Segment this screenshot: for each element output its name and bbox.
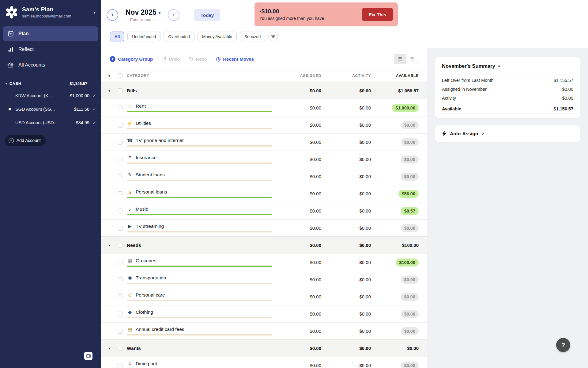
category-checkbox[interactable] (118, 209, 123, 213)
group-collapse-toggle[interactable]: ▾ (108, 243, 118, 247)
available-pill[interactable]: $56.00 (398, 190, 419, 198)
category-checkbox[interactable] (118, 105, 123, 110)
category-checkbox[interactable] (118, 363, 123, 368)
filter-pill[interactable]: Money Available (198, 32, 237, 41)
undo-button[interactable]: ↺ Undo (162, 56, 180, 62)
category-row[interactable]: ▦ Groceries $0.00 $0.00 $100.00 (101, 254, 427, 271)
available-pill[interactable]: $0.00 (401, 310, 419, 318)
category-group-row[interactable]: ▾ Bills $0.00 $0.00 $1,056.57 (101, 82, 427, 99)
assigned-value[interactable]: $0.00 (278, 260, 321, 265)
category-name[interactable]: TV, phone and internet (136, 138, 183, 143)
previous-month-button[interactable]: ‹ (107, 9, 118, 21)
assigned-value[interactable]: $0.00 (278, 174, 321, 179)
category-name[interactable]: Transportation (136, 275, 166, 281)
category-name[interactable]: Rent (136, 103, 146, 109)
category-row[interactable]: $ Personal loans $0.00 $0.00 $56.00 (101, 185, 427, 202)
assigned-value[interactable]: $0.00 (278, 363, 321, 368)
account-row[interactable]: KRW Account (K... $1,000.00 ✓ (0, 89, 101, 102)
assigned-value[interactable]: $0.00 (278, 277, 321, 282)
sidebar-item-plan[interactable]: Plan (3, 26, 98, 41)
filter-pill[interactable]: All (110, 32, 124, 41)
category-name[interactable]: Clothing (136, 309, 153, 315)
category-row[interactable]: ◉ Transportation $0.00 $0.00 $0.00 (101, 271, 427, 288)
detail-view-button[interactable]: ☰ (394, 54, 406, 64)
category-row[interactable]: ♪ Music $0.00 $0.00 $0.57 (101, 202, 427, 219)
available-pill[interactable]: $0.00 (401, 155, 419, 163)
category-checkbox[interactable] (118, 226, 123, 231)
category-checkbox[interactable] (118, 329, 123, 334)
filter-options-button[interactable] (268, 32, 278, 41)
group-checkbox[interactable] (118, 346, 123, 351)
column-header-assigned[interactable]: ASSIGNED (278, 74, 321, 78)
category-row[interactable]: ▶ TV streaming $0.00 $0.00 $0.00 (101, 219, 427, 236)
category-checkbox[interactable] (118, 260, 123, 265)
category-name[interactable]: Personal care (136, 292, 165, 298)
category-name[interactable]: Music (136, 206, 148, 212)
auto-assign-button[interactable]: Auto-Assign › (435, 125, 580, 142)
category-checkbox[interactable] (118, 174, 123, 179)
collapse-sidebar-button[interactable] (84, 352, 92, 360)
redo-button[interactable]: ↻ Redo (189, 56, 207, 62)
cash-group-toggle[interactable]: ▾ CASH $1,146.57 (0, 73, 101, 89)
available-pill[interactable]: $1,000.00 (392, 104, 419, 112)
available-pill[interactable]: $0.00 (401, 173, 419, 181)
category-checkbox[interactable] (118, 157, 123, 162)
category-name[interactable]: Personal loans (136, 189, 167, 195)
available-pill[interactable]: $0.00 (401, 276, 419, 284)
sidebar-item-all-accounts[interactable]: All Accounts (3, 58, 98, 72)
recent-moves-button[interactable]: ◷ Recent Moves (216, 56, 254, 62)
category-name[interactable]: Dining out (136, 361, 157, 366)
category-checkbox[interactable] (118, 294, 123, 299)
group-collapse-toggle[interactable]: ▾ (108, 89, 118, 93)
filter-pill[interactable]: Snoozed (240, 32, 265, 41)
category-group-row[interactable]: ▾ Wants $0.00 $0.00 $0.00 (101, 339, 427, 357)
category-name[interactable]: Groceries (136, 258, 156, 263)
category-group-row[interactable]: ▾ Needs $0.00 $0.00 $100.00 (101, 236, 427, 254)
category-checkbox[interactable] (118, 123, 123, 128)
available-pill[interactable]: $0.00 (401, 327, 419, 335)
filter-pill[interactable]: Overfunded (164, 32, 194, 41)
collapse-all-toggle[interactable]: ▾ (108, 74, 118, 78)
category-name[interactable]: Insurance (136, 155, 156, 160)
add-account-button[interactable]: + Add Account (5, 135, 46, 146)
compact-view-button[interactable]: ☰ (406, 54, 418, 64)
category-row[interactable]: ◆ Clothing $0.00 $0.00 $0.00 (101, 305, 427, 322)
sidebar-item-reflect[interactable]: Reflect (3, 42, 98, 57)
help-button[interactable]: ? (556, 338, 570, 352)
category-row[interactable]: ☎ TV, phone and internet $0.00 $0.00 $0.… (101, 133, 427, 151)
category-checkbox[interactable] (118, 191, 123, 196)
available-pill[interactable]: $100.00 (396, 259, 419, 266)
month-note-input[interactable]: Enter a note... (123, 17, 163, 22)
assigned-value[interactable]: $0.00 (278, 208, 321, 213)
select-all-checkbox[interactable] (118, 73, 123, 78)
add-category-group-button[interactable]: + Category Group (110, 56, 153, 62)
summary-header[interactable]: November's Summary ▾ (442, 63, 573, 74)
category-name[interactable]: Utilities (136, 121, 151, 126)
category-row[interactable]: ⚔ Dining out $0.00 $0.00 $0.00 (101, 357, 427, 368)
available-pill[interactable]: $0.00 (401, 293, 419, 301)
fix-this-button[interactable]: Fix This (362, 8, 393, 21)
account-row[interactable]: USD Account (USD... $34.99 ✓ (0, 116, 101, 129)
available-pill[interactable]: $0.00 (401, 121, 419, 129)
category-row[interactable]: ✎ Student loans $0.00 $0.00 $0.00 (101, 168, 427, 185)
category-checkbox[interactable] (118, 140, 123, 145)
category-name[interactable]: Annual credit card fees (136, 327, 184, 332)
group-collapse-toggle[interactable]: ▾ (108, 346, 118, 351)
assigned-value[interactable]: $0.00 (278, 105, 321, 110)
assigned-value[interactable]: $0.00 (278, 328, 321, 334)
category-row[interactable]: ▤ Annual credit card fees $0.00 $0.00 $0… (101, 322, 427, 339)
assigned-value[interactable]: $0.00 (278, 122, 321, 128)
column-header-activity[interactable]: ACTIVITY (321, 74, 371, 78)
assigned-value[interactable]: $0.00 (278, 157, 321, 162)
category-row[interactable]: ⌂ Rent $0.00 $0.00 $1,000.00 (101, 99, 427, 116)
today-button[interactable]: Today (194, 9, 220, 21)
assigned-value[interactable]: $0.00 (278, 294, 321, 299)
category-name[interactable]: Student loans (136, 172, 165, 178)
group-checkbox[interactable] (118, 88, 123, 93)
category-row[interactable]: ⚡ Utilities $0.00 $0.00 $0.00 (101, 116, 427, 133)
available-pill[interactable]: $0.57 (401, 207, 419, 215)
category-name[interactable]: TV streaming (136, 224, 164, 229)
category-row[interactable]: ☂ Insurance $0.00 $0.00 $0.00 (101, 151, 427, 168)
month-selector[interactable]: Nov 2025 ▾ Enter a note... (123, 8, 163, 22)
available-pill[interactable]: $0.00 (401, 362, 419, 368)
